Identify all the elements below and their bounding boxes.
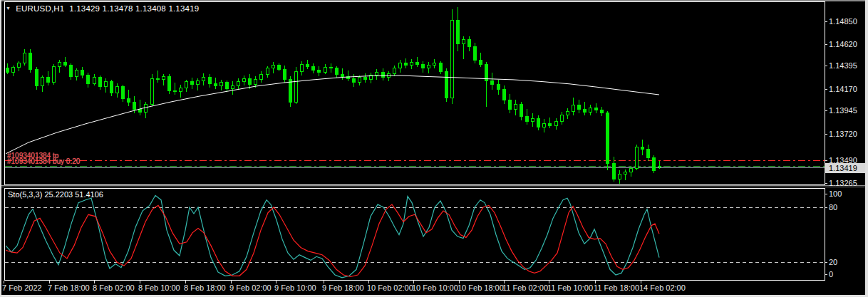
candle-body (174, 90, 177, 91)
candle-body (474, 47, 477, 61)
candle-body (457, 21, 460, 44)
time-tick-label: 9 Feb 10:00 (274, 283, 316, 292)
candle-body (284, 69, 286, 79)
candle-body (480, 60, 482, 64)
candle-body (260, 74, 263, 79)
candle-body (278, 66, 281, 70)
candle-body (87, 75, 90, 83)
candle-body (110, 81, 113, 93)
chart-canvas[interactable] (0, 0, 868, 297)
window-border-left (0, 0, 1, 297)
chart-title: ▼EURUSD,H1 1.13429 1.13478 1.13408 1.134… (6, 4, 199, 13)
time-tick-label: 11 Feb 10:00 (547, 283, 593, 292)
time-tick-label: 9 Feb 02:00 (229, 283, 272, 292)
candle-body (433, 63, 436, 66)
buy-order-line-label[interactable]: #1093401384 buy 0.20 (7, 158, 80, 165)
ohlc-open: 1.13429 (69, 4, 100, 13)
candle-body (658, 167, 661, 167)
candle-body (619, 174, 621, 179)
candle-body (232, 85, 234, 88)
candle-body (12, 67, 15, 72)
candle-body (382, 73, 385, 78)
candle-body (267, 68, 269, 75)
candle-body (641, 147, 644, 149)
candle-body (249, 78, 252, 85)
candle-body (405, 63, 408, 66)
candle-body (555, 121, 558, 125)
candle-body (364, 78, 367, 80)
candle-body (289, 80, 292, 103)
candle-body (376, 73, 378, 75)
candle-body (122, 87, 125, 99)
candle-body (70, 66, 73, 77)
stochastic-signal-value: 51.4106 (75, 190, 103, 199)
candle-body (445, 71, 448, 98)
candle-body (162, 76, 165, 79)
candle-body (226, 83, 229, 89)
candle-body (428, 66, 430, 68)
window-border-top (0, 0, 868, 1)
candle-body (422, 64, 425, 68)
time-tick-label: 7 Feb 18:00 (48, 283, 90, 292)
moving-average-line (6, 75, 659, 154)
sto-tick-label: 0 (829, 270, 833, 278)
window-border-right (865, 0, 868, 297)
candle-body (520, 104, 523, 116)
candle-body (301, 64, 304, 71)
candle-body (185, 81, 188, 88)
time-tick-label: 8 Feb 18:00 (184, 283, 226, 292)
stochastic-indicator-label: Sto(5,3,3) 25.2203 51.4106 (8, 190, 103, 199)
sto-tick-label: 100 (829, 189, 842, 198)
candle-body (647, 149, 650, 158)
time-tick-label: 8 Feb 10:00 (138, 283, 180, 292)
candle-body (561, 115, 564, 122)
time-tick-label: 8 Feb 02:00 (93, 283, 135, 292)
candle-body (105, 81, 108, 86)
candle-body (353, 78, 356, 83)
candle-body (29, 53, 32, 69)
candle-body (653, 158, 656, 170)
candle-body (237, 81, 240, 85)
ohlc-high: 1.13478 (103, 4, 133, 13)
candle-body (318, 71, 321, 73)
candle-body (53, 66, 56, 83)
candle-body (440, 63, 443, 71)
stochastic-main-value: 25.2203 (44, 190, 73, 199)
price-tick-label: 1.14170 (829, 85, 857, 93)
candle-body (509, 100, 512, 109)
candle-body (36, 69, 38, 85)
candle-body (330, 67, 333, 68)
candle-body (416, 62, 419, 64)
price-tick-label: 1.13945 (829, 106, 857, 115)
time-tick-label: 11 Feb 18:00 (594, 283, 639, 292)
candle-body (312, 66, 315, 71)
candle-body (220, 83, 223, 85)
candle-body (491, 80, 494, 85)
candle-body (468, 40, 471, 47)
symbol-dropdown-icon[interactable]: ▼ (6, 6, 11, 11)
candle-body (58, 62, 61, 66)
candle-body (116, 87, 119, 93)
candle-body (18, 63, 21, 68)
candle-body (589, 108, 592, 113)
candle-body (613, 163, 616, 179)
sto-tick-label: 80 (829, 203, 837, 212)
candle-body (180, 88, 182, 92)
candle-body (157, 78, 160, 79)
candle-body (324, 67, 327, 72)
time-tick-label: 10 Feb 02:00 (367, 283, 413, 292)
candle-body (272, 66, 275, 68)
time-tick-label: 14 Feb 02:00 (639, 283, 686, 292)
candle-body (572, 105, 575, 111)
candle-body (532, 118, 534, 121)
candle-body (128, 99, 130, 102)
candle-body (295, 71, 298, 102)
candle-body (393, 68, 396, 73)
candle-body (99, 78, 102, 87)
candle-body (595, 108, 598, 110)
candle-body (24, 53, 26, 63)
candle-body (578, 105, 581, 109)
current-price-tag: 1.13419 (825, 163, 868, 173)
candle-body (537, 118, 540, 127)
candle-body (630, 168, 633, 172)
